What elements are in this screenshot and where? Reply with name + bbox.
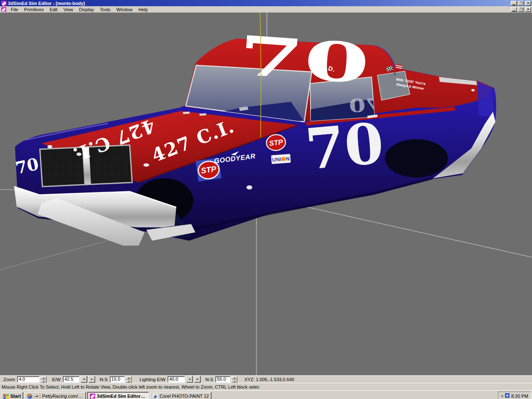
lighting-ew-input[interactable]: 40.0 xyxy=(167,376,185,382)
mdi-minimize-button[interactable]: ▁ xyxy=(511,7,517,12)
restore-button[interactable]: ❐ xyxy=(518,1,524,6)
screen: 3dSimEd Sim Editor - [monte-body] ▁ ❐ ✕ … xyxy=(0,0,532,399)
mdi-close-button[interactable]: ✕ xyxy=(525,7,531,12)
door-number: 70 xyxy=(303,110,386,182)
view-ew-right-button[interactable]: ▸ xyxy=(89,376,95,383)
zoom-spinner[interactable]: ▲▼ xyxy=(41,376,47,382)
minimize-icon: ▁ xyxy=(512,1,515,5)
menu-tools[interactable]: Tools xyxy=(97,7,113,12)
view-ew-left-button[interactable]: ◂ xyxy=(81,376,87,383)
title-bar: 3dSimEd Sim Editor - [monte-body] ▁ ❐ ✕ xyxy=(0,0,532,6)
lighting-ns-label: N-S xyxy=(205,377,213,382)
close-button[interactable]: ✕ xyxy=(525,1,531,6)
spin-down-icon[interactable]: ▼ xyxy=(126,379,132,383)
lighting-ew-right-button[interactable]: ▸ xyxy=(194,376,201,383)
task-label: Corel PHOTO-PAINT 12 xyxy=(160,394,209,399)
mdi-restore-button[interactable]: ❐ xyxy=(518,7,524,12)
view-ns-label: N-S xyxy=(100,377,108,382)
close-icon: ✕ xyxy=(527,1,530,5)
taskbar-item-3dsimed[interactable]: 3dSimEd Sim Editor - ... xyxy=(87,392,149,399)
window-title: 3dSimEd Sim Editor - [monte-body] xyxy=(8,1,511,6)
xyz-readout: XYZ: 1.005,-1.533,0.640 xyxy=(244,377,294,382)
restore-icon: ❐ xyxy=(520,1,522,5)
menu-bar: File Primitives Edit View Display Tools … xyxy=(0,6,532,12)
spin-up-icon[interactable]: ▲ xyxy=(232,376,237,379)
hood-pin xyxy=(47,145,52,148)
mdi-minimize-icon: ▁ xyxy=(512,7,515,12)
spin-down-icon[interactable]: ▼ xyxy=(41,379,47,383)
zoom-input[interactable]: 4.0 xyxy=(17,376,39,382)
browser-icon xyxy=(27,394,32,399)
view-ns-spinner[interactable]: ▲▼ xyxy=(126,376,132,382)
tail-marker xyxy=(471,89,475,91)
spin-down-icon[interactable]: ▼ xyxy=(232,379,237,383)
tray-app-icon[interactable] xyxy=(505,393,510,399)
stp-decal-text: STP xyxy=(269,138,284,147)
mdi-document-icon xyxy=(1,7,6,12)
lighting-ns-spinner[interactable]: ▲▼ xyxy=(232,376,237,382)
status-message: Mouse Right Click To Select, Hold Left t… xyxy=(2,384,259,389)
view-ew-label: E/W xyxy=(52,377,61,382)
windows-logo-icon xyxy=(3,394,9,399)
mdi-close-icon: ✕ xyxy=(527,7,530,12)
view-control-bar: Zoom 4.0 ▲▼ E/W 42.5 ◂ ▸ N-S 15.0 ▲▼ Lig… xyxy=(0,375,532,383)
lighting-ew-left-button[interactable]: ◂ xyxy=(186,376,193,383)
hood-pin xyxy=(143,163,149,167)
menu-edit[interactable]: Edit xyxy=(47,7,60,12)
tray-chevron-icon[interactable]: « xyxy=(501,394,503,398)
menu-help[interactable]: Help xyxy=(135,7,151,12)
corel-photopaint-icon xyxy=(153,394,158,399)
menu-display[interactable]: Display xyxy=(76,7,97,12)
view-ns-input[interactable]: 15.0 xyxy=(110,376,125,382)
lighting-ns-input[interactable]: 55.0 xyxy=(215,376,230,382)
mdi-restore-icon: ❐ xyxy=(520,7,522,12)
menu-file[interactable]: File xyxy=(8,7,21,12)
start-button[interactable]: Start xyxy=(1,392,23,399)
taskbar-item-corel[interactable]: Corel PHOTO-PAINT 12 xyxy=(150,392,212,399)
menu-window[interactable]: Window xyxy=(113,7,135,12)
roof-number: 70 xyxy=(236,23,372,96)
lighting-ew-label: Lighting E/W xyxy=(140,377,165,382)
taskbar: Start -+:: PettyRacing.com/™ -... 3dSimE… xyxy=(0,390,532,399)
hood-pin xyxy=(246,185,252,190)
view-ew-input[interactable]: 42.5 xyxy=(63,376,79,382)
wheel-arch-rear xyxy=(385,139,448,177)
taskbar-item-pettyracing[interactable]: -+:: PettyRacing.com/™ -... xyxy=(25,392,86,399)
system-tray: « 8:20 PM xyxy=(498,392,531,399)
task-label: -+:: PettyRacing.com/™ -... xyxy=(34,394,84,399)
status-bar: Mouse Right Click To Select, Hold Left t… xyxy=(0,383,532,390)
tray-clock: 8:20 PM xyxy=(511,394,528,399)
mdi-window-controls: ▁ ❐ ✕ xyxy=(511,7,531,12)
race-car-model: 70 70 70 70 427 C.I. 427 C.I. xyxy=(0,13,532,375)
window-controls: ▁ ❐ ✕ xyxy=(511,1,531,6)
3dsimed-icon xyxy=(90,394,95,399)
union-decal: UNION xyxy=(271,154,291,164)
menu-view[interactable]: View xyxy=(60,7,76,12)
3d-viewport[interactable]: 70 70 70 70 427 C.I. 427 C.I. xyxy=(0,12,532,375)
minimize-button[interactable]: ▁ xyxy=(511,1,517,6)
spin-up-icon[interactable]: ▲ xyxy=(41,376,47,379)
zoom-label: Zoom xyxy=(3,377,15,382)
spin-up-icon[interactable]: ▲ xyxy=(126,376,132,379)
start-label: Start xyxy=(10,394,21,399)
app-icon xyxy=(1,1,7,6)
menu-primitives[interactable]: Primitives xyxy=(21,7,47,12)
task-label: 3dSimEd Sim Editor - ... xyxy=(97,394,146,399)
union-decal-text: UNION xyxy=(272,156,290,163)
